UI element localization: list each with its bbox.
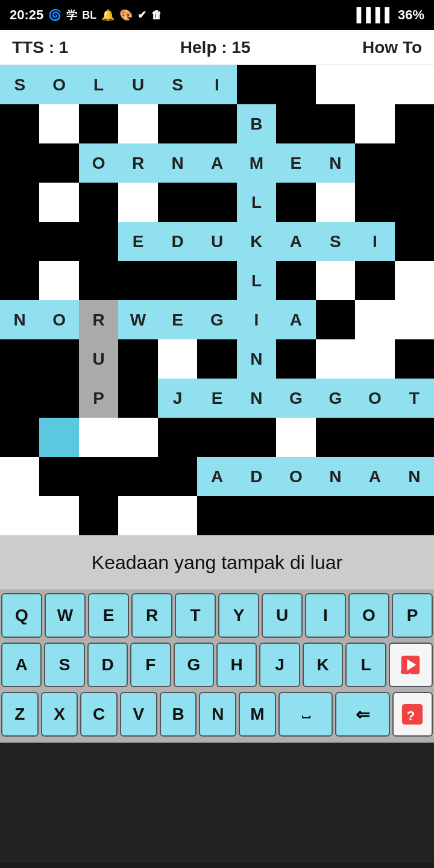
cell-r11c6[interactable]: A [197, 457, 236, 496]
cell-r1c9[interactable] [316, 65, 355, 104]
grid-row-8[interactable]: U N [0, 339, 434, 379]
key-N[interactable]: N [199, 692, 236, 737]
cell-r5c7[interactable]: K [237, 222, 276, 261]
key-B[interactable]: B [160, 692, 197, 737]
cell-r10c2[interactable] [39, 418, 78, 457]
grid-row-5[interactable]: E D U K A S I [0, 222, 434, 261]
crossword-grid[interactable]: S O L U S I B [0, 65, 434, 535]
cell-r9c5[interactable]: J [158, 379, 197, 418]
cell-r9c7[interactable]: N [237, 379, 276, 418]
cell-r11c7[interactable]: D [237, 457, 276, 496]
key-E[interactable]: E [88, 593, 129, 638]
cell-r9c8[interactable]: G [276, 379, 315, 418]
cell-r1c3[interactable]: L [79, 65, 118, 104]
cell-r7c2[interactable]: O [39, 300, 78, 339]
key-X[interactable]: X [41, 692, 78, 737]
grid-row-12[interactable] [0, 496, 434, 535]
cell-r3c8[interactable]: E [276, 143, 315, 183]
cell-r2c2[interactable] [39, 104, 78, 143]
key-L[interactable]: L [345, 643, 386, 687]
cell-r12c5[interactable] [158, 496, 197, 535]
key-O[interactable]: O [348, 593, 389, 638]
key-M[interactable]: M [239, 692, 276, 737]
key-G[interactable]: G [174, 643, 214, 687]
cell-r6c9[interactable] [316, 261, 355, 300]
cell-r8c7[interactable]: N [237, 339, 276, 379]
grid-row-1[interactable]: S O L U S I [0, 65, 434, 104]
cell-r11c8[interactable]: O [276, 457, 315, 496]
cell-r4c2[interactable] [39, 183, 78, 222]
cell-r11c1[interactable] [0, 457, 39, 496]
key-W[interactable]: W [45, 593, 86, 638]
grid-row-6[interactable]: L [0, 261, 434, 300]
cell-r5c6[interactable]: U [197, 222, 236, 261]
cell-r4c9[interactable] [316, 183, 355, 222]
cell-r5c10[interactable]: I [355, 222, 394, 261]
cell-r7c7[interactable]: I [237, 300, 276, 339]
cell-r5c5[interactable]: D [158, 222, 197, 261]
grid-row-3[interactable]: O R N A M E N [0, 143, 434, 183]
grid-row-4[interactable]: L [0, 183, 434, 222]
key-T[interactable]: T [175, 593, 216, 638]
cell-r8c10[interactable] [355, 339, 394, 379]
cell-r9c3[interactable]: P [79, 379, 118, 418]
cell-r7c8[interactable]: A [276, 300, 315, 339]
grid-row-10[interactable] [0, 418, 434, 457]
cell-r9c10[interactable]: O [355, 379, 394, 418]
key-F[interactable]: F [130, 643, 171, 687]
cell-r9c11[interactable]: T [395, 379, 434, 418]
cell-r1c2[interactable]: O [39, 65, 78, 104]
key-J[interactable]: J [259, 643, 300, 687]
cell-r3c9[interactable]: N [316, 143, 355, 183]
cell-r7c11[interactable] [395, 300, 434, 339]
grid-row-2[interactable]: B [0, 104, 434, 143]
cell-r8c5[interactable] [158, 339, 197, 379]
key-D[interactable]: D [87, 643, 128, 687]
key-H[interactable]: H [216, 643, 257, 687]
cell-r9c6[interactable]: E [197, 379, 236, 418]
cell-r4c4[interactable] [118, 183, 157, 222]
cell-r12c2[interactable] [39, 496, 78, 535]
cell-r8c9[interactable] [316, 339, 355, 379]
key-Y[interactable]: Y [218, 593, 259, 638]
key-P[interactable]: P [392, 593, 433, 638]
key-I[interactable]: I [305, 593, 346, 638]
key-record[interactable]: ● [389, 643, 433, 687]
grid-row-11[interactable]: A D O N A N [0, 457, 434, 496]
cell-r5c8[interactable]: A [276, 222, 315, 261]
cell-r6c7[interactable]: L [237, 261, 276, 300]
cell-r10c4[interactable] [118, 418, 157, 457]
cell-r1c4[interactable]: U [118, 65, 157, 104]
key-space[interactable]: ⎵ [278, 692, 333, 737]
key-S[interactable]: S [44, 643, 84, 687]
key-K[interactable]: K [303, 643, 343, 687]
cell-r11c10[interactable]: A [355, 457, 394, 496]
key-help[interactable]: ? [392, 692, 433, 737]
cell-r7c4[interactable]: W [118, 300, 157, 339]
key-Q[interactable]: Q [1, 593, 42, 638]
cell-r5c4[interactable]: E [118, 222, 157, 261]
cell-r6c2[interactable] [39, 261, 78, 300]
key-Z[interactable]: Z [1, 692, 39, 737]
cell-r1c11[interactable] [395, 65, 434, 104]
cell-r8c3[interactable]: U [79, 339, 118, 379]
cell-r7c3[interactable]: R [79, 300, 118, 339]
cell-r3c6[interactable]: A [197, 143, 236, 183]
cell-r11c11[interactable]: N [395, 457, 434, 496]
cell-r7c10[interactable] [355, 300, 394, 339]
keyboard[interactable]: Q W E R T Y U I O P A S D F G H J K L ● … [0, 590, 434, 743]
cell-r7c1[interactable]: N [0, 300, 39, 339]
key-C[interactable]: C [80, 692, 118, 737]
cell-r2c4[interactable] [118, 104, 157, 143]
cell-r2c10[interactable] [355, 104, 394, 143]
cell-r1c1[interactable]: S [0, 65, 39, 104]
cell-r3c5[interactable]: N [158, 143, 197, 183]
cell-r5c9[interactable]: S [316, 222, 355, 261]
key-backspace[interactable]: ⇐ [335, 692, 390, 737]
cell-r1c5[interactable]: S [158, 65, 197, 104]
key-R[interactable]: R [131, 593, 172, 638]
cell-r3c4[interactable]: R [118, 143, 157, 183]
cell-r7c6[interactable]: G [197, 300, 236, 339]
key-A[interactable]: A [1, 643, 42, 687]
cell-r2c7[interactable]: B [237, 104, 276, 143]
